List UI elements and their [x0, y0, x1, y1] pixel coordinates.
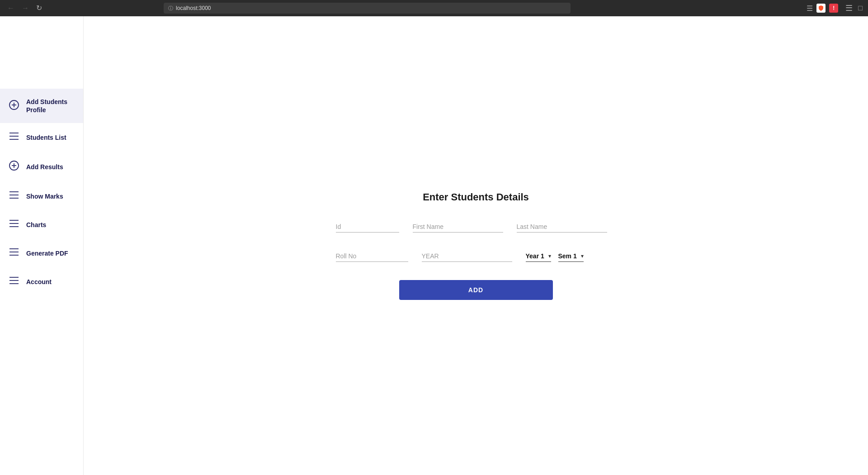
- warning-icon[interactable]: !: [829, 4, 838, 13]
- roll-no-input[interactable]: [336, 251, 408, 262]
- id-input[interactable]: [336, 221, 399, 233]
- sem-select-wrapper: Sem 1 Sem 2 ▾: [558, 252, 584, 262]
- browser-chrome: ← → ↻ ⓘ localhost:3000 ☰ ! ☰ □: [0, 0, 868, 16]
- forward-button[interactable]: →: [20, 3, 31, 14]
- brave-shield-icon[interactable]: [816, 4, 826, 13]
- reload-button[interactable]: ↻: [34, 3, 44, 14]
- url-text: localhost:3000: [176, 5, 211, 11]
- menu-icon[interactable]: ☰: [845, 3, 853, 13]
- sidebar: Add Students Profile Students List A: [0, 16, 84, 475]
- sem-select[interactable]: Sem 1 Sem 2: [558, 252, 579, 260]
- lastname-field-wrapper: [517, 221, 607, 233]
- sidebar-item-students-list[interactable]: Students List: [0, 123, 83, 152]
- show-marks-icon: [9, 191, 19, 201]
- year-select[interactable]: Year 1 Year 2 Year 3 Year 4: [526, 252, 547, 260]
- sidebar-label-charts: Charts: [26, 221, 46, 229]
- lock-icon: ⓘ: [168, 5, 173, 12]
- address-bar[interactable]: ⓘ localhost:3000: [164, 3, 571, 14]
- id-field-wrapper: [336, 221, 399, 233]
- sidebar-item-charts[interactable]: Charts: [0, 210, 83, 239]
- browser-right-icons: ☰ ! ☰ □: [807, 3, 863, 13]
- add-button[interactable]: ADD: [399, 280, 553, 300]
- sem-select-arrow: ▾: [581, 253, 584, 259]
- form-row-2: Year 1 Year 2 Year 3 Year 4 ▾ Sem 1 Sem …: [336, 251, 616, 262]
- year-input[interactable]: [422, 251, 512, 262]
- first-name-input[interactable]: [413, 221, 503, 233]
- back-button[interactable]: ←: [5, 3, 16, 14]
- rollno-field-wrapper: [336, 251, 408, 262]
- firstname-field-wrapper: [413, 221, 503, 233]
- add-results-icon: [9, 161, 19, 173]
- students-list-icon: [9, 132, 19, 142]
- year-field-wrapper: [422, 251, 512, 262]
- sidebar-item-generate-pdf[interactable]: Generate PDF: [0, 239, 83, 267]
- sidebar-label-show-marks: Show Marks: [26, 192, 63, 200]
- add-students-profile-icon: [9, 100, 19, 112]
- charts-icon: [9, 219, 19, 230]
- sidebar-label-add-students-profile: Add Students Profile: [26, 98, 74, 114]
- form-fields: Year 1 Year 2 Year 3 Year 4 ▾ Sem 1 Sem …: [336, 221, 616, 262]
- sidebar-item-add-results[interactable]: Add Results: [0, 152, 83, 182]
- select-group: Year 1 Year 2 Year 3 Year 4 ▾ Sem 1 Sem …: [526, 252, 584, 262]
- sidebar-label-students-list: Students List: [26, 133, 66, 142]
- bookmark-icon[interactable]: ☰: [807, 4, 813, 13]
- year-select-arrow: ▾: [548, 253, 551, 259]
- form-container: Enter Students Details: [336, 191, 616, 300]
- main-content: Enter Students Details: [84, 16, 868, 475]
- sidebar-item-account[interactable]: Account: [0, 267, 83, 296]
- form-row-1: [336, 221, 616, 233]
- window-icon[interactable]: □: [858, 4, 863, 12]
- sidebar-item-show-marks[interactable]: Show Marks: [0, 182, 83, 210]
- year-select-wrapper: Year 1 Year 2 Year 3 Year 4 ▾: [526, 252, 551, 262]
- form-title: Enter Students Details: [423, 191, 529, 203]
- sidebar-label-add-results: Add Results: [26, 163, 63, 171]
- sidebar-label-account: Account: [26, 278, 52, 286]
- generate-pdf-icon: [9, 248, 19, 258]
- sidebar-item-add-students-profile[interactable]: Add Students Profile: [0, 89, 83, 123]
- last-name-input[interactable]: [517, 221, 607, 233]
- account-icon: [9, 276, 19, 287]
- sidebar-label-generate-pdf: Generate PDF: [26, 249, 68, 257]
- app-container: Add Students Profile Students List A: [0, 16, 868, 475]
